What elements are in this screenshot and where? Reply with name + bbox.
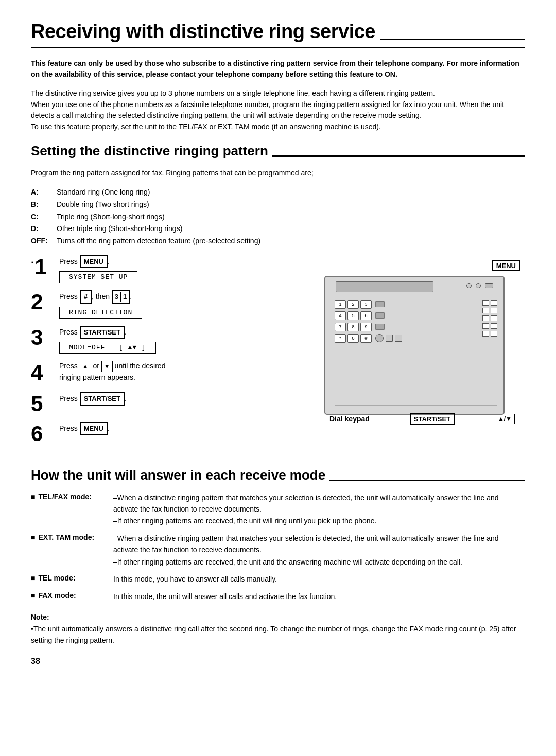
mode-label: TEL/FAX mode: (31, 493, 113, 501)
step-content-4: Press ▲ or ▼ until the desiredringing pa… (59, 361, 309, 385)
keypad: 1 2 3 4 5 6 7 8 (335, 300, 402, 343)
special-btns (375, 334, 402, 342)
fax-bottom-line (335, 405, 497, 406)
step2-3-btn: 31 (112, 290, 130, 304)
fax-indicators (466, 283, 493, 288)
mode-desc-line: –When a distinctive ringing pattern that… (113, 533, 525, 555)
dial-keypad-label: Dial keypad (329, 415, 370, 423)
step-text-2: Press #, then 31. (59, 290, 309, 304)
step-3: 3Press START/SET.MODE=OFF [ ▲▼ ] (31, 326, 309, 354)
mode-row: TEL mode:In this mode, you have to answe… (31, 574, 525, 586)
pattern-desc: Other triple ring (Short-short-long ring… (57, 223, 525, 235)
right-panel (482, 300, 497, 337)
step-text-4: Press ▲ or ▼ until the desiredringing pa… (59, 361, 309, 383)
menu-btn-label: MENU (492, 260, 520, 271)
step-number-2: 2 (31, 290, 59, 313)
key-star: * (335, 334, 346, 343)
pattern-label: C: (31, 212, 57, 223)
circle-btn (375, 334, 384, 342)
key-5: 5 (348, 311, 359, 320)
pattern-desc: Double ring (Two short rings) (57, 199, 525, 210)
step-display-1: SYSTEM SET UP (59, 270, 309, 283)
step-content-1: Press MENU.SYSTEM SET UP (59, 255, 309, 284)
mode-row: TEL/FAX mode:–When a distinctive ringing… (31, 493, 525, 528)
keypad-row-2: 4 5 6 (335, 311, 402, 320)
fax-slot-2 (375, 312, 385, 319)
indicator-2 (476, 283, 481, 288)
right-row-2 (482, 308, 497, 313)
step-5: 5Press START/SET. (31, 392, 309, 415)
key-3: 3 (360, 300, 372, 309)
mode-label: TEL mode: (31, 574, 113, 582)
mode-desc-line: –When a distinctive ringing pattern that… (113, 493, 525, 515)
step-number-4: 4 (31, 361, 59, 383)
key-4: 4 (335, 311, 346, 320)
step-text-3: Press START/SET. (59, 326, 309, 339)
key-hash: # (360, 334, 372, 343)
pattern-label: OFF: (31, 236, 57, 247)
step-6: 6Press MENU. (31, 422, 309, 445)
rkey-10 (491, 331, 497, 337)
mode-row: FAX mode:In this mode, the unit will ans… (31, 591, 525, 604)
fax-slot-3 (375, 324, 385, 330)
steps-right: MENU 1 2 3 (319, 255, 525, 452)
step5-btn: START/SET (80, 392, 125, 406)
note-title: Note: (31, 612, 525, 623)
mode-label: FAX mode: (31, 591, 113, 600)
step-text-5: Press START/SET. (59, 392, 309, 406)
mode-desc-line: –If other ringing patterns are received,… (113, 557, 525, 568)
mode-desc-line: In this mode, you have to answer all cal… (113, 574, 525, 585)
fax-diagram: MENU 1 2 3 (324, 260, 520, 425)
page-number: 38 (31, 657, 525, 666)
start-set-diagram-btn: START/SET (410, 413, 455, 425)
fax-display-area (336, 281, 433, 292)
pattern-desc: Turns off the ring pattern detection fea… (57, 236, 525, 247)
rkey-4 (491, 308, 497, 313)
step-text-1: Press MENU. (59, 255, 309, 269)
step-content-6: Press MENU. (59, 422, 309, 437)
step-number-6: 6 (31, 422, 59, 445)
pattern-desc: Standard ring (One long ring) (57, 187, 525, 198)
key-7: 7 (335, 323, 346, 331)
step-display-3: MODE=OFF [ ▲▼ ] (59, 341, 309, 354)
key-2: 2 (348, 300, 359, 309)
right-row-1 (482, 300, 497, 306)
mode-label: EXT. TAM mode: (31, 533, 113, 541)
intro-bold-text: This feature can only be used by those w… (31, 58, 525, 80)
mode-desc: In this mode, you have to answer all cal… (113, 574, 525, 586)
intro-p3: To use this feature properly, set the un… (31, 121, 525, 133)
rkey-1 (482, 300, 489, 306)
right-row-4 (482, 323, 497, 329)
step4-dn-btn: ▼ (101, 361, 113, 372)
step-4: 4Press ▲ or ▼ until the desiredringing p… (31, 361, 309, 385)
step-display-box-2: RING DETECTION (59, 307, 142, 319)
keypad-row-3: 7 8 9 (335, 323, 402, 331)
steps-left: ·1Press MENU.SYSTEM SET UP2Press #, then… (31, 255, 309, 452)
right-row-3 (482, 315, 497, 321)
step-display-box-1: SYSTEM SET UP (59, 271, 137, 283)
intro-text: The distinctive ring service gives you u… (31, 88, 525, 133)
step-content-3: Press START/SET.MODE=OFF [ ▲▼ ] (59, 326, 309, 354)
rkey-5 (482, 315, 489, 321)
mode-desc: In this mode, the unit will answer all c… (113, 591, 525, 604)
pattern-list: A:Standard ring (One long ring)B:Double … (31, 187, 525, 247)
rkey-8 (491, 323, 497, 329)
steps-section: ·1Press MENU.SYSTEM SET UP2Press #, then… (31, 255, 525, 452)
diagram-labels: Dial keypad START/SET ▲/▼ (324, 413, 520, 425)
note-text: •The unit automatically answers a distin… (31, 624, 525, 646)
mode-desc: –When a distinctive ringing pattern that… (113, 493, 525, 528)
step-1: ·1Press MENU.SYSTEM SET UP (31, 255, 309, 284)
step1-btn: MENU (80, 255, 108, 269)
sq-btn-2 (395, 335, 402, 342)
fax-body: 1 2 3 4 5 6 7 8 (324, 276, 505, 415)
indicator-3 (485, 283, 493, 288)
sq-btn-1 (386, 335, 393, 342)
step-text-6: Press MENU. (59, 422, 309, 435)
pattern-label: B: (31, 199, 57, 210)
section2-heading: Setting the distinctive ringing pattern (31, 143, 525, 159)
step3-btn: START/SET (80, 326, 125, 339)
mode-row: EXT. TAM mode:–When a distinctive ringin… (31, 533, 525, 569)
mode-table: TEL/FAX mode:–When a distinctive ringing… (31, 493, 525, 604)
arrow-diagram-btn: ▲/▼ (495, 414, 515, 424)
key-9: 9 (360, 323, 372, 331)
